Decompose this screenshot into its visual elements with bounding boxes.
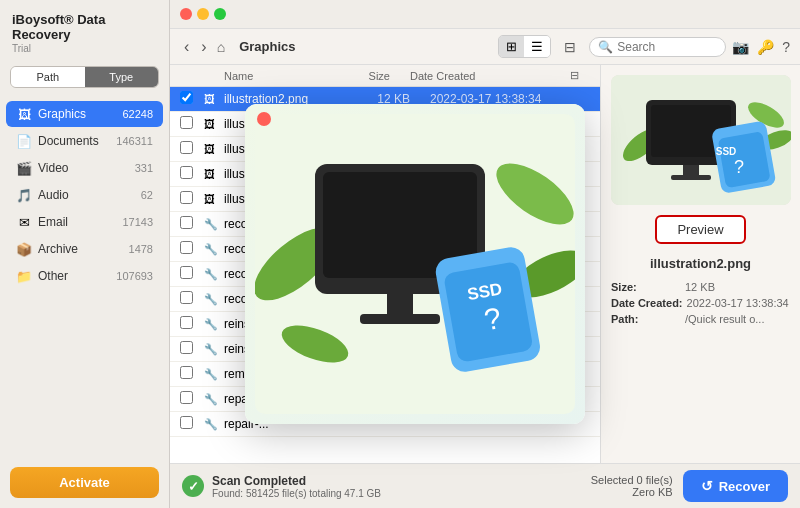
status-sub-text: Found: 581425 file(s) totaling 47.1 GB [212,488,381,499]
row-checkbox-11[interactable] [180,366,204,382]
close-dot[interactable] [180,8,192,20]
row-checkbox-1[interactable] [180,116,204,132]
sidebar-item-email[interactable]: ✉ Email 17143 [6,209,163,235]
tab-bar: Path Type [10,66,159,88]
checkbox-12[interactable] [180,391,193,404]
forward-button[interactable]: › [197,36,210,58]
app-subtitle: Trial [12,43,157,54]
camera-button[interactable]: 📷 [732,39,749,55]
preview-button-area: Preview [611,215,790,244]
row-checkbox-0[interactable] [180,91,204,107]
sidebar-item-archive[interactable]: 📦 Archive 1478 [6,236,163,262]
recover-icon: ↺ [701,478,713,494]
recover-button[interactable]: ↺ Recover [683,470,788,502]
row-checkbox-5[interactable] [180,216,204,232]
tab-type[interactable]: Type [85,67,159,87]
meta-size-row: Size: 12 KB [611,281,790,293]
status-check-icon: ✓ [182,475,204,497]
email-label: Email [38,215,122,229]
checkbox-7[interactable] [180,266,193,279]
documents-icon: 📄 [16,133,32,149]
checkbox-11[interactable] [180,366,193,379]
row-checkbox-7[interactable] [180,266,204,282]
archive-count: 1478 [129,243,153,255]
row-checkbox-10[interactable] [180,341,204,357]
row-checkbox-2[interactable] [180,141,204,157]
main-content: ‹ › ⌂ Graphics ⊞ ☰ ⊟ 🔍 📷 🔑 ? Name Size [170,0,800,508]
meta-path-row: Path: /Quick result o... [611,313,790,325]
svg-rect-19 [387,294,413,316]
row-checkbox-8[interactable] [180,291,204,307]
archive-icon: 📦 [16,241,32,257]
svg-rect-20 [360,314,440,324]
row-checkbox-4[interactable] [180,191,204,207]
recover-label: Recover [719,479,770,494]
checkbox-4[interactable] [180,191,193,204]
maximize-dot[interactable] [214,8,226,20]
toolbar-views: ⊞ ☰ [498,35,551,58]
search-input[interactable] [617,40,717,54]
back-button[interactable]: ‹ [180,36,193,58]
help-button[interactable]: ? [782,39,790,55]
minimize-dot[interactable] [197,8,209,20]
row-checkbox-3[interactable] [180,166,204,182]
meta-date-value: 2022-03-17 13:38:34 [687,297,789,309]
key-button[interactable]: 🔑 [757,39,774,55]
toolbar: ‹ › ⌂ Graphics ⊞ ☰ ⊟ 🔍 📷 🔑 ? [170,29,800,65]
audio-count: 62 [141,189,153,201]
checkbox-5[interactable] [180,216,193,229]
sidebar-item-graphics[interactable]: 🖼 Graphics 62248 [6,101,163,127]
preview-button[interactable]: Preview [655,215,745,244]
sidebar-items: 🖼 Graphics 62248 📄 Documents 146311 🎬 Vi… [0,96,169,457]
svg-text:SSD: SSD [715,146,736,157]
checkbox-1[interactable] [180,116,193,129]
status-main-text: Scan Completed [212,474,381,488]
svg-rect-9 [717,131,770,188]
sidebar-item-video[interactable]: 🎬 Video 331 [6,155,163,181]
svg-text:?: ? [733,157,743,177]
sidebar-item-other[interactable]: 📁 Other 107693 [6,263,163,289]
meta-path-value: /Quick result o... [685,313,764,325]
activate-button[interactable]: Activate [10,467,159,498]
checkbox-0[interactable] [180,91,193,104]
checkbox-8[interactable] [180,291,193,304]
grid-view-button[interactable]: ⊞ [499,36,524,57]
home-button[interactable]: ⌂ [217,39,225,55]
filter-button[interactable]: ⊟ [557,36,583,58]
selected-info: Selected 0 file(s) Zero KB [591,474,673,498]
tab-path[interactable]: Path [11,67,85,87]
row-checkbox-6[interactable] [180,241,204,257]
row-checkbox-13[interactable] [180,416,204,432]
documents-label: Documents [38,134,116,148]
checkbox-10[interactable] [180,341,193,354]
checkbox-2[interactable] [180,141,193,154]
checkbox-6[interactable] [180,241,193,254]
preview-panel: ? SSD Preview illustration2.png Size: 12… [600,65,800,463]
popup-close-button[interactable] [257,112,271,126]
checkbox-9[interactable] [180,316,193,329]
sidebar-item-documents[interactable]: 📄 Documents 146311 [6,128,163,154]
video-icon: 🎬 [16,160,32,176]
popup-illustration: ? SSD [255,114,575,414]
meta-date-label: Date Created: [611,297,683,309]
meta-date-row: Date Created: 2022-03-17 13:38:34 [611,297,790,309]
meta-path-label: Path: [611,313,681,325]
preview-filename: illustration2.png [650,256,751,271]
app-title: iBoysoft® Data Recovery [12,12,157,42]
row-checkbox-12[interactable] [180,391,204,407]
checkbox-3[interactable] [180,166,193,179]
checkbox-13[interactable] [180,416,193,429]
svg-rect-7 [671,175,711,180]
list-view-button[interactable]: ☰ [524,36,550,57]
email-icon: ✉ [16,214,32,230]
audio-label: Audio [38,188,141,202]
audio-icon: 🎵 [16,187,32,203]
video-count: 331 [135,162,153,174]
scan-status: ✓ Scan Completed Found: 581425 file(s) t… [182,474,581,499]
meta-size-value: 12 KB [685,281,715,293]
sidebar-item-audio[interactable]: 🎵 Audio 62 [6,182,163,208]
meta-size-label: Size: [611,281,681,293]
toolbar-title: Graphics [239,39,492,54]
row-checkbox-9[interactable] [180,316,204,332]
toolbar-right-icons: 📷 🔑 ? [732,39,790,55]
